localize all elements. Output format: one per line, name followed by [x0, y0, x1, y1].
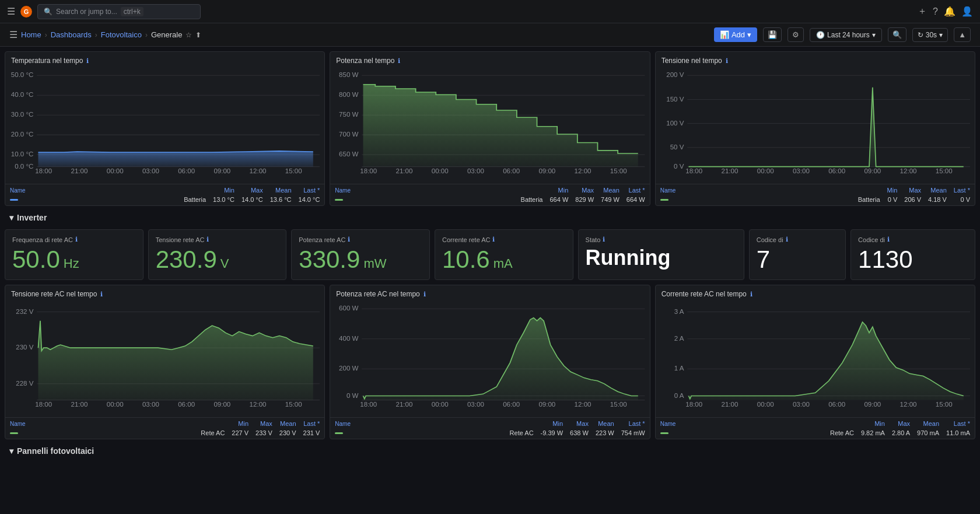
add-button[interactable]: 📊 Add ▾ [714, 27, 757, 42]
temperatura-legend-item [10, 199, 26, 201]
stato-value: Running [586, 246, 737, 270]
breadcrumb-fotovoltaico[interactable]: Fotovoltaico [101, 30, 142, 39]
clock-icon: 🕐 [816, 31, 825, 39]
help-icon[interactable]: ? [933, 6, 938, 17]
svg-text:21:00: 21:00 [721, 168, 738, 174]
freq-ac-info-icon[interactable]: ℹ [75, 236, 78, 243]
svg-text:00:00: 00:00 [757, 168, 774, 174]
svg-text:800 W: 800 W [339, 92, 359, 98]
potenza-ac-value: 330.9 [299, 246, 360, 274]
corrente-ac-tempo-panel: Corrente rete AC nel tempo ℹ 3 A [655, 285, 975, 439]
temperatura-info-icon[interactable]: ℹ [86, 57, 89, 65]
potenza-ac-tempo-chart: 600 W 400 W 200 W 0 W 18:00 21:00 00:00 … [330, 300, 649, 417]
menu-icon[interactable]: ☰ [7, 6, 15, 17]
grafana-logo: G [20, 5, 33, 18]
svg-text:09:00: 09:00 [539, 168, 556, 174]
svg-text:0.0 °C: 0.0 °C [15, 163, 33, 169]
breadcrumb-dashboards[interactable]: Dashboards [51, 30, 92, 39]
svg-text:15:00: 15:00 [610, 401, 627, 408]
save-button[interactable]: 💾 [763, 27, 782, 42]
svg-text:09:00: 09:00 [214, 401, 230, 408]
potenza-ac-tempo-panel: Potenza rete AC nel tempo ℹ [330, 285, 650, 439]
svg-text:18:00: 18:00 [35, 168, 52, 174]
svg-text:600 W: 600 W [339, 305, 359, 312]
tensione-ac-info-icon[interactable]: ℹ [206, 236, 209, 243]
corrente-ac-tempo-legend-color [660, 432, 668, 434]
breadcrumb-sep1: › [45, 31, 47, 39]
svg-text:1 A: 1 A [674, 365, 684, 372]
sidebar-toggle-icon[interactable]: ☰ [9, 29, 18, 40]
tensione-ac-unit: V [220, 256, 229, 271]
search-box[interactable]: 🔍 Search or jump to... ctrl+k [37, 4, 201, 19]
breadcrumb-sep3: › [145, 31, 148, 39]
potenza-ac-card: Potenza rete AC ℹ 330.9 mW [291, 229, 430, 280]
refresh-chevron-icon: ▾ [939, 31, 943, 39]
svg-text:15:00: 15:00 [285, 401, 302, 408]
svg-text:00:00: 00:00 [432, 401, 449, 408]
corrente-ac-unit: mA [494, 256, 513, 271]
refresh-button[interactable]: ↻ 30s ▾ [912, 28, 948, 42]
svg-text:30.0 °C: 30.0 °C [11, 111, 34, 118]
search-icon: 🔍 [44, 8, 52, 16]
search-placeholder: Search or jump to... [56, 8, 117, 16]
svg-text:21:00: 21:00 [396, 401, 413, 408]
codice1-value: 7 [757, 246, 838, 274]
tensione-ac-tempo-legend-item [10, 432, 26, 434]
corrente-ac-card: Corrente rete AC ℹ 10.6 mA [435, 229, 573, 280]
svg-text:15:00: 15:00 [285, 168, 302, 174]
svg-text:00:00: 00:00 [107, 401, 124, 408]
codice1-card: Codice di ℹ 7 [749, 229, 846, 280]
tensione-ac-tempo-legend-color [10, 432, 18, 434]
breadcrumb-bar: ☰ Home › Dashboards › Fotovoltaico › Gen… [0, 23, 980, 47]
svg-text:09:00: 09:00 [864, 168, 881, 174]
codice1-info-icon[interactable]: ℹ [786, 236, 788, 243]
potenza-ac-info-icon[interactable]: ℹ [348, 236, 350, 243]
zoom-out-button[interactable]: 🔍 [888, 27, 907, 42]
settings-button[interactable]: ⚙ [788, 27, 804, 42]
potenza-ac-tempo-legend-color [335, 432, 343, 434]
potenza-info-icon[interactable]: ℹ [398, 57, 400, 65]
svg-text:850 W: 850 W [339, 72, 359, 78]
svg-marker-95 [363, 318, 638, 400]
corrente-ac-info-icon[interactable]: ℹ [492, 236, 495, 243]
tensione-ac-tempo-legend: Name Min Max Mean Last * Rete AC 227 V 2… [5, 417, 324, 439]
tensione-info-icon[interactable]: ℹ [726, 57, 728, 65]
collapse-button[interactable]: ▲ [954, 27, 971, 42]
time-range-button[interactable]: 🕐 Last 24 hours ▾ [810, 28, 882, 42]
svg-text:12:00: 12:00 [250, 168, 267, 174]
share-icon[interactable]: ⬆ [195, 31, 201, 39]
potenza-ac-unit: mW [363, 256, 386, 271]
svg-text:09:00: 09:00 [539, 401, 556, 408]
user-icon[interactable]: 👤 [961, 6, 973, 17]
potenza-ac-tempo-info-icon[interactable]: ℹ [424, 291, 426, 298]
inverter-section-header[interactable]: ▾ Inverter [5, 211, 975, 225]
corrente-ac-tempo-info-icon[interactable]: ℹ [750, 291, 752, 298]
notifications-icon[interactable]: 🔔 [944, 6, 956, 17]
potenza-chart: 850 W 800 W 750 W 700 W 650 W 18:00 21:0… [330, 67, 649, 184]
codice1-label: Codice di [757, 236, 783, 243]
svg-text:12:00: 12:00 [575, 168, 592, 174]
corrente-ac-tempo-legend-item [660, 432, 676, 434]
svg-text:21:00: 21:00 [396, 168, 413, 174]
potenza-panel: Potenza nel tempo ℹ [330, 51, 650, 206]
tensione-ac-tempo-title: Tensione rete AC nel tempo [11, 290, 97, 298]
add-panel-icon[interactable]: ＋ [918, 5, 927, 18]
svg-text:03:00: 03:00 [467, 401, 484, 408]
breadcrumb-home[interactable]: Home [21, 30, 41, 39]
corrente-ac-tempo-legend: Name Min Max Mean Last * Rete AC 9.82 mA… [656, 417, 975, 439]
freq-ac-label: Frequenza di rete AC [12, 236, 73, 243]
bottom-charts-row: Tensione rete AC nel tempo ℹ 232 V [5, 285, 975, 439]
codice2-info-icon[interactable]: ℹ [887, 236, 890, 243]
tensione-ac-tempo-info-icon[interactable]: ℹ [100, 291, 103, 298]
svg-text:0 A: 0 A [674, 392, 684, 398]
svg-text:700 W: 700 W [339, 131, 359, 138]
inverter-collapse-icon: ▾ [9, 213, 13, 222]
tensione-legend-color [660, 199, 668, 201]
pannelli-collapse-icon: ▾ [9, 446, 13, 456]
stato-info-icon[interactable]: ℹ [603, 236, 605, 243]
pannelli-section-header[interactable]: ▾ Pannelli fotovoltaici [5, 444, 975, 458]
svg-text:G: G [24, 8, 29, 15]
favorite-icon[interactable]: ☆ [186, 31, 192, 39]
inverter-label: Inverter [17, 213, 47, 222]
freq-ac-unit: Hz [64, 256, 79, 271]
